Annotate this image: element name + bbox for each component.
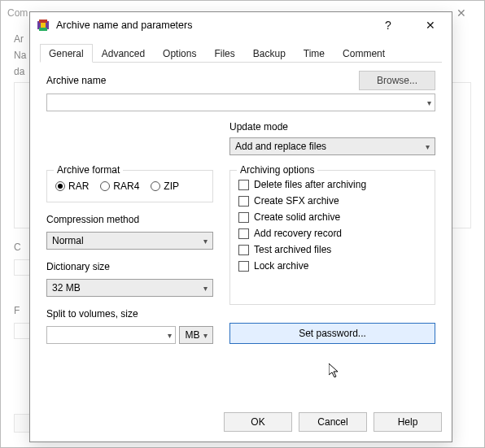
help-button[interactable]: ? [370, 13, 406, 37]
chk-solid[interactable]: Create solid archive [238, 211, 426, 223]
radio-rar[interactable]: RAR [55, 181, 89, 192]
checkbox-icon [238, 228, 249, 239]
tab-backup[interactable]: Backup [244, 44, 295, 63]
chk-recovery-label: Add recovery record [254, 228, 342, 239]
cancel-button[interactable]: Cancel [299, 412, 367, 432]
tab-general[interactable]: General [40, 44, 93, 63]
checkbox-icon [238, 261, 249, 272]
parent-side-f: F [14, 305, 20, 316]
close-button[interactable]: ✕ [413, 13, 448, 37]
parent-name-label: Na [14, 50, 26, 61]
compression-method-select[interactable]: Normal ▾ [46, 232, 213, 250]
archive-format-legend: Archive format [54, 164, 123, 176]
parent-ghost-box-2 [14, 323, 30, 339]
dictionary-size-label: Dictionary size [46, 261, 213, 272]
tab-options[interactable]: Options [154, 44, 205, 63]
update-mode-value: Add and replace files [235, 141, 326, 152]
tab-time[interactable]: Time [295, 44, 334, 63]
archiving-options-group: Archiving options Delete files after arc… [229, 170, 435, 305]
archive-dialog: Archive name and parameters ? ✕ General … [29, 11, 452, 442]
radio-dot-icon [100, 181, 110, 191]
chevron-down-icon: ▾ [427, 98, 431, 107]
chevron-down-icon: ▾ [168, 331, 172, 340]
checkbox-icon [238, 196, 249, 207]
chevron-down-icon: ▾ [203, 237, 208, 246]
chevron-down-icon: ▾ [203, 331, 208, 340]
dialog-titlebar: Archive name and parameters ? ✕ [30, 12, 452, 38]
tab-strip: General Advanced Options Files Backup Ti… [40, 43, 442, 63]
radio-dot-icon [151, 181, 160, 191]
radio-dot-icon [55, 181, 65, 191]
tab-files[interactable]: Files [205, 44, 243, 63]
dictionary-size-value: 32 MB [52, 282, 81, 294]
set-password-button[interactable]: Set password... [229, 323, 435, 344]
chk-delete-after-label: Delete files after archiving [254, 179, 366, 190]
chk-solid-label: Create solid archive [254, 211, 340, 223]
ok-button[interactable]: OK [224, 412, 292, 432]
checkbox-icon [238, 180, 249, 190]
split-size-input[interactable]: ▾ [46, 326, 176, 344]
update-mode-label: Update mode [229, 121, 435, 133]
radio-rar4[interactable]: RAR4 [100, 181, 139, 192]
archive-name-input[interactable]: ▾ [46, 94, 435, 111]
tab-comment[interactable]: Comment [334, 44, 394, 63]
radio-rar-label: RAR [68, 181, 89, 192]
tabpage-general: Archive name Browse... ▾ Update mode Add… [40, 63, 442, 399]
chk-sfx-label: Create SFX archive [254, 195, 339, 207]
chk-recovery[interactable]: Add recovery record [238, 228, 426, 239]
parent-side-c: C [14, 241, 21, 253]
chk-test-label: Test archived files [254, 244, 331, 255]
parent-ghost-box-1 [14, 259, 30, 276]
radio-zip[interactable]: ZIP [151, 181, 179, 192]
radio-zip-label: ZIP [164, 181, 179, 192]
update-mode-select[interactable]: Add and replace files ▾ [229, 137, 435, 155]
chk-delete-after[interactable]: Delete files after archiving [238, 179, 426, 190]
svg-rect-2 [39, 28, 47, 31]
compression-method-label: Compression method [46, 214, 213, 225]
parent-data-label: da [14, 66, 24, 77]
chk-sfx[interactable]: Create SFX archive [238, 195, 426, 207]
chk-lock[interactable]: Lock archive [238, 260, 426, 272]
dictionary-size-select[interactable]: 32 MB ▾ [46, 279, 213, 297]
dialog-button-bar: OK Cancel Help [30, 406, 452, 441]
chk-test[interactable]: Test archived files [238, 244, 426, 255]
tab-advanced[interactable]: Advanced [93, 44, 154, 63]
parent-title: Com [7, 7, 28, 19]
archive-format-group: Archive format RAR RAR4 [46, 170, 213, 202]
split-unit-value: MB [185, 329, 199, 341]
split-unit-select[interactable]: MB ▾ [179, 326, 213, 344]
archiving-options-legend: Archiving options [237, 164, 317, 176]
svg-rect-3 [41, 23, 46, 28]
chevron-down-icon: ▾ [203, 284, 208, 293]
checkbox-icon [238, 245, 249, 255]
checkbox-icon [238, 212, 249, 223]
archive-name-label: Archive name [46, 75, 106, 86]
chk-lock-label: Lock archive [254, 260, 308, 272]
split-volumes-label: Split to volumes, size [46, 308, 213, 320]
radio-rar4-label: RAR4 [113, 181, 139, 192]
chevron-down-icon: ▾ [426, 142, 430, 151]
svg-rect-1 [39, 20, 47, 23]
winrar-icon [37, 19, 50, 32]
compression-method-value: Normal [52, 235, 84, 246]
dialog-title: Archive name and parameters [56, 20, 192, 31]
help-button-bottom[interactable]: Help [374, 412, 442, 432]
browse-button[interactable]: Browse... [359, 71, 435, 90]
